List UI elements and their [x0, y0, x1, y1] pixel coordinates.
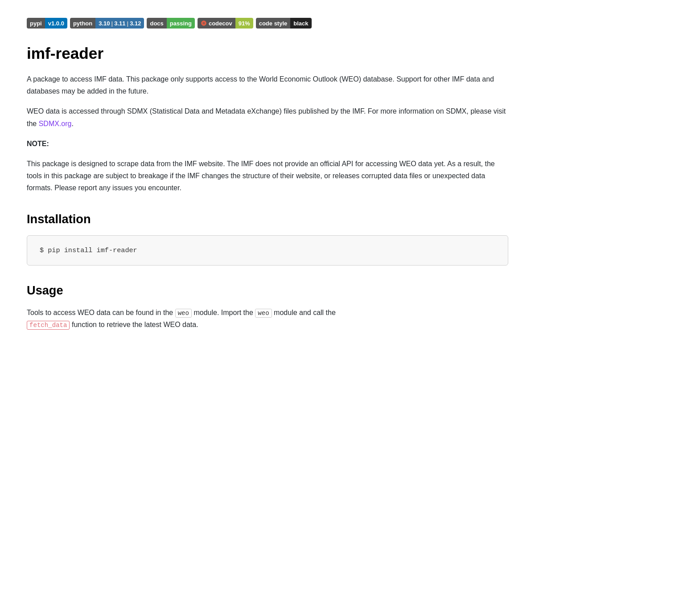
badge-codestyle-left: code style	[256, 18, 291, 29]
badge-pypi-left: pypi	[27, 18, 45, 29]
python-312: 3.12	[130, 20, 141, 27]
description-paragraph-1: A package to access IMF data. This packa…	[27, 73, 508, 97]
badge-python-left: python	[70, 18, 95, 29]
note-label: NOTE:	[27, 140, 49, 147]
badge-docs[interactable]: docs passing	[147, 18, 194, 29]
usage-weo-module-1: weo	[175, 309, 192, 318]
badges-row: pypi v1.0.0 python 3.10 | 3.11 | 3.12 do…	[27, 18, 508, 29]
usage-middle2: module and call the	[272, 309, 336, 316]
install-code-block: $ pip install imf-reader	[27, 235, 508, 266]
badge-codecov-left: codecov	[198, 18, 235, 29]
badge-codecov[interactable]: codecov 91%	[198, 18, 253, 29]
page-content: pypi v1.0.0 python 3.10 | 3.11 | 3.12 do…	[27, 18, 508, 331]
codecov-icon	[201, 20, 207, 26]
python-310: 3.10	[99, 20, 110, 27]
usage-weo-module-2: weo	[255, 309, 272, 318]
python-sep2: |	[127, 20, 128, 27]
badge-codestyle[interactable]: code style black	[256, 18, 312, 29]
badge-codestyle-right: black	[290, 18, 311, 29]
python-sep1: |	[111, 20, 113, 27]
badge-pypi[interactable]: pypi v1.0.0	[27, 18, 67, 29]
sdmx-link[interactable]: SDMX.org	[39, 120, 72, 127]
badge-docs-left: docs	[147, 18, 166, 29]
usage-before: Tools to access WEO data can be found in…	[27, 309, 175, 316]
badge-docs-right: passing	[167, 18, 195, 29]
installation-heading: Installation	[27, 212, 508, 226]
description2-after: .	[71, 120, 73, 127]
usage-after: function to retrieve the latest WEO data…	[70, 321, 198, 328]
badge-python[interactable]: python 3.10 | 3.11 | 3.12	[70, 18, 144, 29]
page-title: imf-reader	[27, 45, 508, 62]
usage-heading: Usage	[27, 283, 508, 298]
usage-paragraph: Tools to access WEO data can be found in…	[27, 307, 508, 331]
note-text-paragraph: This package is designed to scrape data …	[27, 158, 508, 194]
note-label-paragraph: NOTE:	[27, 138, 508, 150]
badge-pypi-right: v1.0.0	[45, 18, 67, 29]
usage-fetch-data-function: fetch_data	[27, 321, 70, 330]
badge-codecov-right: 91%	[235, 18, 253, 29]
badge-python-right: 3.10 | 3.11 | 3.12	[95, 18, 144, 29]
description2-before: WEO data is accessed through SDMX (Stati…	[27, 107, 506, 127]
python-311: 3.11	[114, 20, 125, 27]
description-paragraph-2: WEO data is accessed through SDMX (Stati…	[27, 105, 508, 129]
install-command: $ pip install imf-reader	[40, 246, 137, 254]
usage-middle1: module. Import the	[192, 309, 255, 316]
